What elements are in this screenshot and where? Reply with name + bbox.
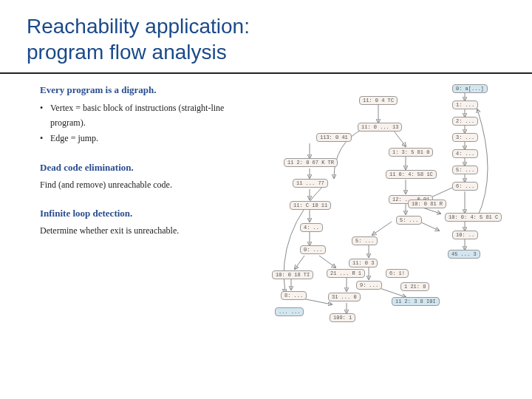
- section3-body: Determine whether exit is unreachable.: [40, 224, 262, 237]
- graph-node: 10: 0 18 TI: [272, 270, 313, 279]
- graph-node: 4: ..: [300, 223, 323, 232]
- graph-node: 2: ...: [452, 117, 478, 126]
- graph-node: 0: a[...]: [452, 84, 488, 93]
- left-column: Every program is a digraph. Vertex = bas…: [40, 84, 262, 328]
- graph-node: 11: 0 4 TC: [359, 96, 398, 105]
- title-line-1: Reachability application:: [27, 13, 532, 39]
- graph-node: 10: 0: 4: 5 81 C: [445, 213, 502, 222]
- svg-line-16: [420, 222, 439, 231]
- graph-node: 113: 0 41: [316, 133, 352, 142]
- svg-line-25: [302, 299, 332, 304]
- graph-node: 9: ...: [356, 281, 382, 290]
- graph-node: 31 ... 0: [328, 293, 361, 301]
- graph-node: ... ...: [275, 307, 304, 316]
- graph-node: 6: ...: [452, 182, 478, 191]
- graph-node: 21 ... R 1: [327, 269, 365, 278]
- graph-node: 11: 0 ... 13: [358, 123, 402, 132]
- svg-line-22: [295, 256, 304, 269]
- graph-node: 11: C 18 11: [290, 201, 331, 210]
- section1-bullet-1: Vertex = basic block of instructions (st…: [40, 100, 262, 131]
- graph-node: 109: 1: [330, 313, 355, 322]
- svg-line-11: [393, 130, 406, 146]
- graph-node: 10: 0 81 R: [408, 200, 446, 208]
- graph-node: 10: ..: [452, 231, 478, 239]
- svg-line-23: [319, 256, 335, 267]
- graph-node: 8: ...: [281, 291, 307, 300]
- graph-node: 11: 0 3: [349, 259, 378, 267]
- graph-node: 5: ...: [452, 166, 478, 174]
- section3-head: Infinite loop detection.: [40, 208, 262, 219]
- graph-node: 45 ... 3: [448, 250, 480, 259]
- flow-graph: 0: a[...] 1: ... 2: ... 3: ... 4: ... 5:…: [262, 84, 514, 328]
- graph-node: 5: ...: [396, 216, 422, 225]
- graph-node: 11 ... 77: [293, 179, 328, 188]
- section1-bullet-2: Edge = jump.: [40, 131, 262, 146]
- section1-head: Every program is a digraph.: [40, 84, 262, 96]
- section1-bullets: Vertex = basic block of instructions (st…: [40, 100, 262, 146]
- graph-node: 11 0: 4: 58 1C: [386, 170, 437, 179]
- graph-node: 11 2: 0 67 K TR: [284, 158, 338, 167]
- section2-head: Dead code elimination.: [40, 162, 262, 174]
- section2-body: Find (and remove) unreachable code.: [40, 178, 262, 191]
- graph-node: 5: ...: [352, 236, 378, 245]
- graph-node: 0: ...: [300, 245, 326, 254]
- svg-line-15: [372, 222, 392, 235]
- title-block: Reachability application: program flow a…: [0, 0, 532, 74]
- graph-node: 3: ...: [452, 133, 478, 142]
- graph-node: 1: ...: [452, 100, 478, 109]
- graph-node: 1: 3: 5 81 0: [389, 148, 433, 157]
- content-area: Every program is a digraph. Vertex = bas…: [0, 84, 532, 328]
- graph-node: 11 2: 3 8 I0I: [392, 297, 440, 306]
- graph-node: 4: ...: [452, 149, 478, 158]
- right-column: 0: a[...] 1: ... 2: ... 3: ... 4: ... 5:…: [262, 84, 514, 328]
- graph-node: 6: 1!: [386, 269, 409, 278]
- graph-node: 1 21: 8: [400, 282, 429, 291]
- slide: Reachability application: program flow a…: [0, 0, 532, 399]
- title-line-2: program flow analysis: [27, 39, 532, 65]
